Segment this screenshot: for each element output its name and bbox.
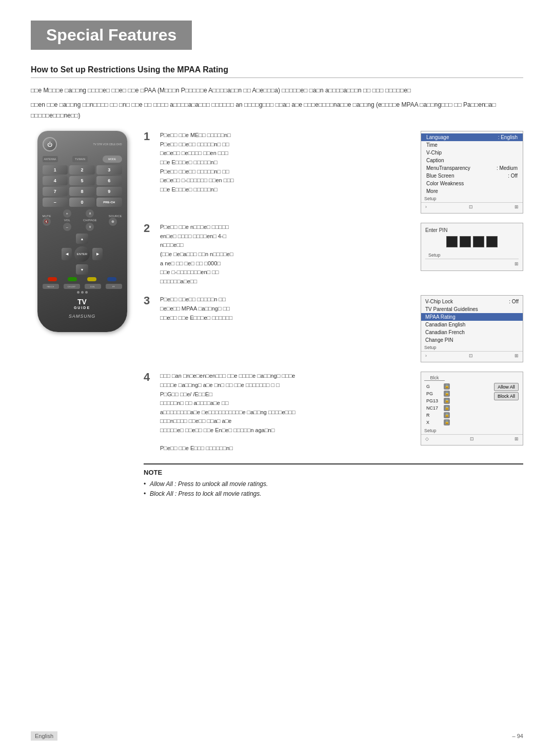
menu-panel-1: Language : English Time V-Chip Caption	[421, 131, 523, 214]
step-1-text: P□e□□ □□e ME□□ □□□□□n□ P□e□□ □□e□□ □□□□□…	[160, 131, 414, 194]
yellow-button[interactable]	[87, 277, 96, 281]
note-item-1: Allow All : Press to unlock all movie ra…	[144, 479, 523, 489]
menu-caption-label: Caption	[426, 158, 444, 163]
antenna-button[interactable]: ANTENNA	[43, 156, 58, 162]
mode-button[interactable]: MODE	[103, 156, 122, 163]
steps-area: 1 P□e□□ □□e ME□□ □□□□□n□ P□e□□ □□e□□ □□□…	[144, 131, 523, 499]
mpaa-row-pg13: PG13 🔒	[423, 397, 492, 404]
canadian-french-item[interactable]: Canadian French	[421, 328, 523, 336]
tv-main-button[interactable]: TV/MAIN	[72, 156, 88, 162]
decorative-dots	[43, 291, 122, 294]
tv-parental-item[interactable]: TV Parental Guidelines	[421, 305, 523, 313]
num-3-button[interactable]: 3	[96, 165, 122, 175]
ch-down-button[interactable]: ∨	[86, 223, 94, 231]
num-0-button[interactable]: 0	[69, 198, 95, 207]
num-9-button[interactable]: 9	[96, 187, 122, 196]
num-4-button[interactable]: 4	[43, 176, 68, 185]
allow-all-button[interactable]: Allow All	[494, 383, 519, 391]
mpaa-ratings-list: G 🔒 PG 🔒 PG13	[423, 383, 492, 426]
d-bl-button[interactable]: D-BL	[85, 284, 101, 289]
menu-item-language[interactable]: Language : English	[421, 133, 523, 141]
footer-page-text: – 94	[512, 733, 523, 739]
step-4: 4 □□□ □an □n□e□en□en□□□ □□e □□□□e □a□□ng…	[144, 372, 523, 453]
menu-item-colorweakness[interactable]: Color Weakness	[421, 180, 523, 187]
vchip-lock-label: V-Chip Lock	[425, 299, 453, 304]
source-button[interactable]: ⊕	[109, 218, 117, 226]
rating-pg13-lock[interactable]: 🔒	[444, 398, 450, 404]
ch-up-button[interactable]: ∧	[86, 209, 94, 218]
dot-3	[85, 291, 88, 294]
vol-down-button[interactable]: –	[63, 223, 71, 231]
enter-button[interactable]: ENTER	[74, 246, 90, 262]
footer-menu-mpaa: ⊞	[515, 436, 519, 441]
pin-box-1	[446, 236, 458, 247]
pf-button[interactable]: PF	[106, 284, 122, 289]
tv-text: TV	[43, 298, 122, 306]
setup-label-1: Setup	[421, 195, 523, 202]
rating-nc17-label: NC17	[426, 405, 442, 411]
rating-x-lock[interactable]: 🔒	[444, 419, 450, 425]
change-pin-item[interactable]: Change PIN	[421, 336, 523, 344]
change-pin-label: Change PIN	[425, 337, 453, 343]
ch-list-button[interactable]: CH.LIST	[64, 284, 80, 289]
red-button[interactable]	[48, 277, 57, 281]
setup-label-vchip: Setup	[421, 344, 523, 351]
note-section: NOTE Allow All : Press to unlock all mov…	[144, 463, 523, 499]
footer-menu-vchip: ⊞	[515, 353, 519, 358]
menu-transparency-value: : Medium	[497, 165, 518, 171]
page-container: Special Features How to Set up Restricti…	[0, 0, 554, 530]
intro-para2: □□en □□e □a□□ng □□n□□□□ □□ □n□ □□e □□ □□…	[31, 100, 523, 121]
vchip-lock-item[interactable]: V-Chip Lock : Off	[421, 298, 523, 305]
rating-nc17-lock[interactable]: 🔒	[444, 405, 450, 411]
menu-item-transparency[interactable]: MenuTransparency : Medium	[421, 164, 523, 172]
num-7-button[interactable]: 7	[43, 187, 68, 196]
footer-menu-1: ⊞	[515, 204, 519, 209]
menu-transparency-label: MenuTransparency	[426, 165, 470, 171]
footer-enter-mpaa: ⊡	[470, 436, 474, 441]
num-5-button[interactable]: 5	[69, 176, 95, 185]
mute-button[interactable]: 🔇	[43, 218, 51, 226]
vol-up-button[interactable]: +	[63, 209, 71, 218]
pin-box-3	[473, 236, 484, 247]
mpaa-rating-item[interactable]: MPAA Rating	[421, 313, 523, 321]
samsung-logo: SAMSUNG	[43, 314, 122, 319]
menu-item-bluescreen[interactable]: Blue Screen : Off	[421, 172, 523, 180]
step-2-number: 2	[144, 223, 154, 234]
mpaa-rating-label: MPAA Rating	[425, 314, 456, 320]
arrow-up-button[interactable]: ▲	[76, 234, 88, 244]
rating-g-lock[interactable]: 🔒	[444, 383, 450, 390]
num-dash-button[interactable]: –	[43, 198, 68, 207]
intro-para1: □□e M□□□e □a□□ng □□□□e□ □□e□ □□e □PAA (M…	[31, 85, 523, 95]
blue-button[interactable]	[107, 277, 116, 281]
fav-ch-button[interactable]: FAV.CH	[43, 284, 59, 289]
mute-label: MUTE	[43, 215, 51, 218]
arrow-down-button[interactable]: ▼	[76, 264, 88, 275]
rating-pg13-label: PG13	[426, 398, 442, 403]
antenna-mode-row: ANTENNA TV/MAIN MODE	[43, 156, 122, 163]
dot-2	[81, 291, 84, 294]
footer-lang-text: Eng	[35, 733, 45, 739]
pin-footer: ⊞	[425, 259, 519, 266]
block-all-button[interactable]: Block All	[494, 392, 519, 400]
power-button[interactable]: ⏻	[43, 137, 57, 151]
num-1-button[interactable]: 1	[43, 165, 68, 175]
canadian-english-label: Canadian English	[425, 322, 465, 327]
num-8-button[interactable]: 8	[69, 187, 95, 196]
rating-pg-lock[interactable]: 🔒	[444, 391, 450, 397]
menu-item-more[interactable]: More	[421, 187, 523, 195]
arrow-left-button[interactable]: ◀	[62, 248, 72, 260]
menu-item-caption[interactable]: Caption	[421, 157, 523, 164]
green-button[interactable]	[68, 277, 77, 281]
arrow-right-button[interactable]: ▶	[92, 248, 103, 260]
pre-ch-button[interactable]: PRE-CH	[96, 198, 122, 207]
rating-r-lock[interactable]: 🔒	[444, 412, 450, 418]
step-2: 2 P□e□□ □□e n□□□e□ □□□□□ en□e□ □□□□ □□□□…	[144, 223, 523, 286]
num-6-button[interactable]: 6	[96, 176, 122, 185]
guide-text: GUIDE	[43, 306, 122, 309]
num-2-button[interactable]: 2	[69, 165, 95, 175]
menu-item-time[interactable]: Time	[421, 141, 523, 149]
canadian-english-item[interactable]: Canadian English	[421, 321, 523, 328]
step-1-number: 1	[144, 131, 154, 142]
menu-item-vchip[interactable]: V-Chip	[421, 149, 523, 157]
dot-1	[77, 291, 80, 294]
